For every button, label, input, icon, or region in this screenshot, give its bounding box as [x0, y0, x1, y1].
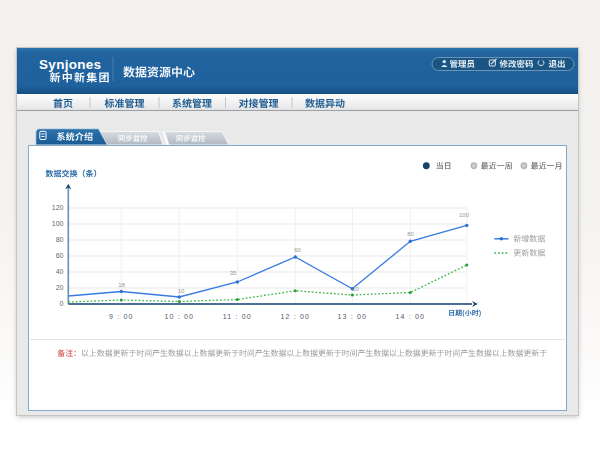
svg-text:80: 80: [407, 231, 414, 237]
svg-text:10: 10: [352, 286, 359, 292]
svg-text:14 : 00: 14 : 00: [395, 313, 425, 320]
svg-text:13 : 00: 13 : 00: [337, 313, 367, 320]
svg-text:120: 120: [52, 204, 64, 211]
svg-text:20: 20: [56, 284, 64, 291]
svg-text:35: 35: [230, 270, 237, 276]
svg-text:0: 0: [60, 300, 64, 307]
svg-text:9 : 00: 9 : 00: [109, 313, 134, 320]
svg-text:60: 60: [294, 247, 301, 253]
svg-text:40: 40: [56, 268, 64, 275]
svg-text:11 : 00: 11 : 00: [223, 313, 252, 320]
svg-text:80: 80: [56, 236, 64, 243]
svg-text:100: 100: [459, 212, 470, 218]
svg-text:10 : 00: 10 : 00: [164, 313, 194, 320]
svg-text:10: 10: [178, 288, 185, 294]
svg-text:100: 100: [52, 220, 64, 227]
svg-text:60: 60: [56, 252, 64, 259]
svg-text:12 : 00: 12 : 00: [280, 313, 310, 320]
svg-text:18: 18: [118, 282, 125, 288]
